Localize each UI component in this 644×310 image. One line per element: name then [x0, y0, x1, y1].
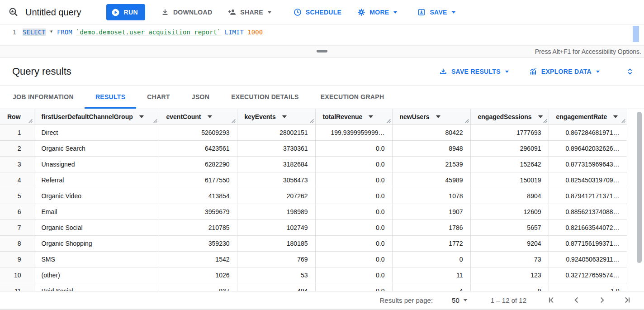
tab-job-information[interactable]: JOB INFORMATION: [2, 86, 85, 109]
cell-newUsers: 1786: [392, 219, 470, 235]
results-title: Query results: [12, 66, 439, 77]
tab-execution-graph[interactable]: EXECUTION GRAPH: [310, 86, 395, 109]
column-label: Row: [7, 113, 21, 120]
cell-totalRevenue: 0.0: [315, 235, 392, 251]
cell-engagedSessions: 9: [470, 283, 549, 291]
column-resize-handle-icon[interactable]: [543, 119, 548, 124]
cell-firstUserDefaultChannelGroup: Organic Shopping: [34, 235, 159, 251]
first-page-button[interactable]: [546, 295, 556, 305]
page-range-label: 1 – 12 of 12: [491, 296, 526, 304]
column-resize-handle-icon[interactable]: [621, 119, 626, 124]
page-size-select[interactable]: 50: [452, 296, 467, 304]
column-resize-handle-icon[interactable]: [28, 119, 33, 124]
column-header-engagedSessions[interactable]: engagedSessions: [470, 109, 549, 124]
column-header-eventCount[interactable]: eventCount: [159, 109, 237, 124]
query-title[interactable]: Untitled query: [25, 7, 81, 18]
tab-chart[interactable]: CHART: [136, 86, 181, 109]
cell-engagedSessions: 1777693: [470, 124, 549, 140]
cell-eventCount: 6177550: [159, 172, 237, 188]
cell-engagedSessions: 123: [470, 267, 549, 283]
schedule-button[interactable]: SCHEDULE: [293, 8, 341, 17]
cell-totalRevenue: 0.0: [315, 283, 392, 291]
run-button[interactable]: RUN: [106, 4, 145, 20]
cell-engagementRate: 0.327127659574…: [549, 267, 627, 283]
column-resize-handle-icon[interactable]: [231, 119, 236, 124]
share-button[interactable]: SHARE: [227, 8, 271, 17]
cell-totalRevenue: 0.0: [315, 219, 392, 235]
column-label: keyEvents: [245, 113, 276, 120]
explore-data-button[interactable]: EXPLORE DATA: [529, 67, 600, 76]
cell-eventCount: 3959679: [159, 204, 237, 219]
next-page-button[interactable]: [597, 295, 607, 305]
cell-keyEvents: 3182684: [237, 156, 315, 172]
chevron-down-icon: [464, 299, 467, 301]
query-results-header: Query results SAVE RESULTS: [0, 57, 644, 86]
column-resize-handle-icon[interactable]: [464, 119, 469, 124]
cell-newUsers: 21539: [392, 156, 470, 172]
sort-menu-caret-icon[interactable]: [613, 115, 618, 118]
more-button[interactable]: MORE: [357, 8, 397, 17]
table-row: 7Organic Social2107851027490.0178656570.…: [0, 219, 627, 235]
schedule-label: SCHEDULE: [306, 9, 341, 16]
column-header-totalRevenue[interactable]: totalRevenue: [315, 109, 392, 124]
sql-code-line[interactable]: SELECT * FROM `demo.demoset.user_acquisi…: [23, 25, 263, 45]
save-button[interactable]: SAVE: [417, 8, 455, 17]
row-number-cell: 9: [0, 251, 34, 267]
chart-icon: [529, 67, 538, 76]
sql-keyword-from: FROM: [57, 29, 72, 36]
chevron-left-icon: [572, 295, 582, 305]
cell-engagementRate: 1.0: [549, 283, 627, 291]
cell-totalRevenue: 199.9399959999…: [315, 124, 392, 140]
gear-icon: [357, 8, 366, 17]
column-header-engagementRate[interactable]: engagementRate: [549, 109, 627, 124]
cell-keyEvents: 102749: [237, 219, 315, 235]
cell-eventCount: 1542: [159, 251, 237, 267]
table-scrollbar-thumb[interactable]: [637, 112, 642, 263]
sort-menu-caret-icon[interactable]: [538, 115, 543, 118]
cell-keyEvents: 198989: [237, 204, 315, 219]
cell-engagedSessions: 296091: [470, 140, 549, 156]
column-resize-handle-icon[interactable]: [386, 119, 391, 124]
cell-engagementRate: 0.885621374088…: [549, 204, 627, 219]
table-row: 5Organic Video4138542072620.0107889040.8…: [0, 188, 627, 204]
tab-execution-details[interactable]: EXECUTION DETAILS: [220, 86, 310, 109]
cell-keyEvents: 53: [237, 267, 315, 283]
column-header-firstUserDefaultChannelGroup[interactable]: firstUserDefaultChannelGroup: [34, 109, 159, 124]
sql-table-reference[interactable]: `demo.demoset.user_acquisition_report`: [76, 29, 221, 36]
table-row: 11Paid Social9374940.0491.0: [0, 283, 627, 291]
tab-results[interactable]: RESULTS: [85, 86, 136, 109]
sort-menu-caret-icon[interactable]: [436, 115, 440, 118]
pagination-bar: Results per page: 50 1 – 12 of 12: [0, 291, 644, 309]
expand-collapse-button[interactable]: [625, 67, 635, 76]
sort-menu-caret-icon[interactable]: [369, 115, 373, 118]
editor-scrollbar-thumb[interactable]: [633, 26, 639, 42]
cell-totalRevenue: 0.0: [315, 188, 392, 204]
sql-limit-value: 1000: [247, 29, 263, 36]
sort-menu-caret-icon[interactable]: [139, 115, 144, 118]
cell-engagementRate: 0.879412171371…: [549, 188, 627, 204]
sort-menu-caret-icon[interactable]: [208, 115, 212, 118]
splitter-drag-handle[interactable]: [317, 50, 327, 52]
previous-page-button[interactable]: [572, 295, 582, 305]
table-scrollbar[interactable]: [637, 112, 642, 291]
table-row: 8Organic Shopping3592301801850.017729204…: [0, 235, 627, 251]
column-resize-handle-icon[interactable]: [309, 119, 314, 124]
sql-editor[interactable]: 1 SELECT * FROM `demo.demoset.user_acqui…: [0, 25, 644, 45]
results-table: RowfirstUserDefaultChannelGroupeventCoun…: [0, 109, 627, 291]
clock-icon: [293, 8, 302, 17]
table-row: 1Direct5260929328002151199.9399959999…80…: [0, 124, 627, 140]
person-add-icon: [227, 8, 237, 17]
cell-newUsers: 1078: [392, 188, 470, 204]
cell-eventCount: 6423561: [159, 140, 237, 156]
last-page-button[interactable]: [622, 295, 632, 305]
sort-menu-caret-icon[interactable]: [282, 115, 287, 118]
cell-newUsers: 80422: [392, 124, 470, 140]
save-results-button[interactable]: SAVE RESULTS: [439, 67, 509, 76]
chevron-down-icon: [393, 11, 397, 14]
column-header-keyEvents[interactable]: keyEvents: [237, 109, 315, 124]
row-number-cell: 7: [0, 219, 34, 235]
download-button[interactable]: DOWNLOAD: [161, 8, 212, 17]
column-header-newUsers[interactable]: newUsers: [392, 109, 470, 124]
tab-json[interactable]: JSON: [181, 86, 220, 109]
column-resize-handle-icon[interactable]: [153, 119, 158, 124]
